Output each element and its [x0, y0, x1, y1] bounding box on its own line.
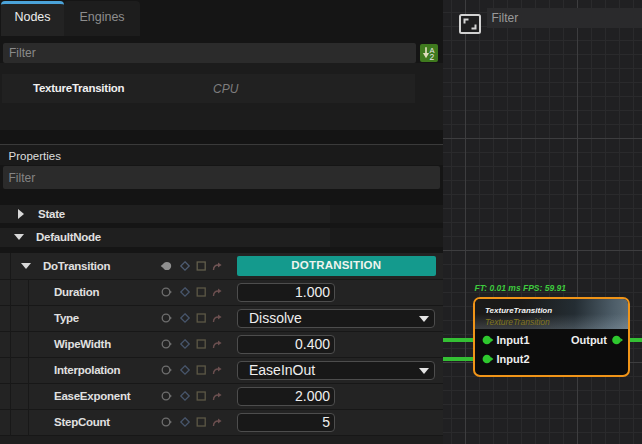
svg-text:2: 2 [430, 52, 435, 62]
